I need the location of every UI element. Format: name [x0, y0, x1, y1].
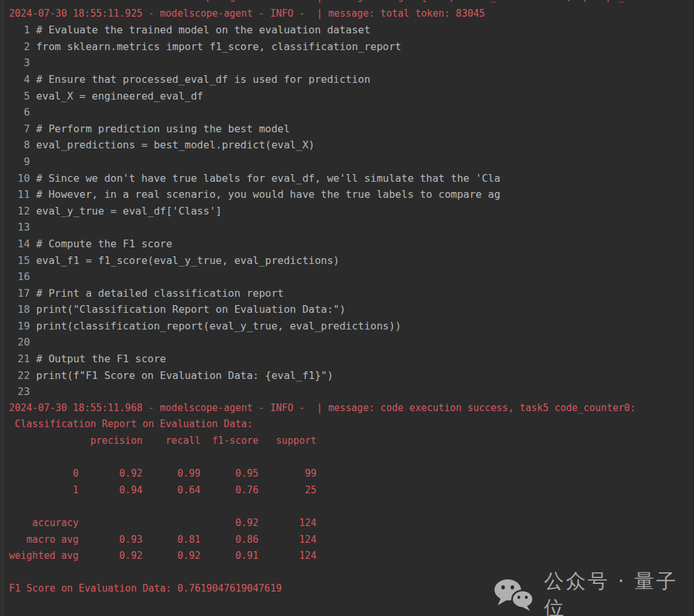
code-block: 1 # Evaluate the trained model on the ev…: [0, 22, 694, 400]
wechat-icon: [494, 578, 535, 612]
line-number: 11: [5, 188, 30, 200]
watermark-text: 公众号 · 量子位: [544, 568, 694, 616]
output-line: weighted avg 0.92 0.92 0.91 124: [0, 548, 694, 565]
code-line: 13: [0, 219, 694, 236]
line-number: 16: [5, 270, 30, 283]
line-number: 10: [5, 172, 30, 184]
line-number: 17: [5, 287, 30, 299]
code-line: 1 # Evaluate the trained model on the ev…: [0, 22, 694, 39]
watermark: 公众号 · 量子位: [494, 568, 694, 616]
line-number: 21: [5, 353, 30, 365]
line-number: 19: [5, 320, 30, 332]
code-line: 5 eval_X = engineered_eval_df: [0, 88, 694, 105]
line-number: 15: [5, 254, 30, 267]
code-line: 21 # Output the F1 score: [0, 351, 694, 367]
code-line: 11 # However, in a real scenario, you wo…: [0, 186, 694, 203]
code-line: 10 # Since we don't have true labels for…: [0, 170, 694, 187]
code-line: 2 from sklearn.metrics import f1_score, …: [0, 39, 694, 55]
code-text: [30, 57, 37, 69]
output-line: macro avg 0.93 0.81 0.86 124: [0, 532, 694, 549]
code-line: 12 eval_y_true = eval_df['Class']: [0, 203, 694, 220]
code-line: 9: [0, 154, 694, 170]
code-text: [30, 385, 37, 398]
code-text: [30, 106, 37, 118]
output-line: [0, 498, 694, 515]
log-line-total-token: 2024-07-30 18:55:11.925 - modelscope-age…: [0, 6, 694, 22]
line-number: 5: [5, 90, 30, 102]
code-text: eval_f1 = f1_score(eval_y_true, eval_pre…: [30, 254, 340, 267]
code-line: 16: [0, 268, 694, 285]
line-number: 8: [5, 139, 30, 151]
output-line: precision recall f1-score support: [0, 433, 694, 450]
code-text: # Evaluate the trained model on the eval…: [30, 24, 371, 36]
code-text: # Compute the F1 score: [30, 238, 173, 250]
code-text: eval_y_true = eval_df['Class']: [30, 205, 222, 217]
line-number: 13: [5, 221, 30, 233]
line-number: 22: [5, 369, 30, 382]
code-text: # Since we don't have true labels for ev…: [30, 172, 501, 184]
code-text: # Ensure that processed_eval_df is used …: [30, 73, 371, 85]
code-line: 7 # Perform prediction using the best mo…: [0, 121, 694, 137]
line-number: 2: [5, 40, 30, 53]
code-line: 15 eval_f1 = f1_score(eval_y_true, eval_…: [0, 252, 694, 269]
output-line: Classification Report on Evaluation Data…: [0, 416, 694, 433]
output-line: 1 0.94 0.64 0.76 25: [0, 482, 694, 499]
code-line: 22 print(f"F1 Score on Evaluation Data: …: [0, 367, 694, 384]
code-text: [30, 270, 37, 283]
code-line: 8 eval_predictions = best_model.predict(…: [0, 137, 694, 154]
code-line: 20: [0, 334, 694, 351]
code-text: [30, 336, 37, 348]
code-text: [30, 221, 37, 233]
code-line: 6: [0, 104, 694, 121]
line-number: 6: [5, 106, 30, 118]
code-text: from sklearn.metrics import f1_score, cl…: [30, 40, 402, 53]
line-number: 7: [5, 123, 30, 135]
code-line: 23: [0, 383, 694, 400]
log-line-exec-success: 2024-07-30 18:55:11.968 - modelscope-age…: [0, 400, 694, 417]
code-text: [30, 155, 37, 168]
output-line: 0 0.92 0.99 0.95 99: [0, 466, 694, 482]
code-text: # Output the F1 score: [30, 353, 166, 365]
code-line: 17 # Print a detailed classification rep…: [0, 285, 694, 302]
code-text: print(f"F1 Score on Evaluation Data: {ev…: [30, 369, 334, 382]
code-text: eval_predictions = best_model.predict(ev…: [30, 139, 315, 151]
terminal-screen: { "colors": { "background": "#2b2b2b", "…: [0, 0, 694, 616]
code-text: # Perform prediction using the best mode…: [30, 123, 290, 135]
line-number: 14: [5, 238, 30, 250]
output-line: accuracy 0.92 124: [0, 515, 694, 532]
code-text: # However, in a real scenario, you would…: [30, 188, 501, 200]
code-line: 14 # Compute the F1 score: [0, 236, 694, 252]
line-number: 3: [5, 57, 30, 69]
line-number: 4: [5, 73, 30, 85]
code-text: print(classification_report(eval_y_true,…: [30, 320, 402, 332]
code-line: 19 print(classification_report(eval_y_tr…: [0, 318, 694, 335]
output-line: [0, 450, 694, 466]
line-number: 12: [5, 205, 30, 217]
code-text: print("Classification Report on Evaluati…: [30, 303, 346, 315]
code-line: 3: [0, 55, 694, 71]
line-number: 18: [5, 303, 30, 315]
code-line: 18 print("Classification Report on Evalu…: [0, 301, 694, 318]
line-number: 1: [5, 24, 30, 36]
console-output: 2024-07-30 18:55:11.924 - modelscope-age…: [0, 0, 694, 597]
line-number: 23: [5, 385, 30, 398]
line-number: 9: [5, 155, 30, 168]
code-line: 4 # Ensure that processed_eval_df is use…: [0, 71, 694, 88]
line-number: 20: [5, 336, 30, 348]
code-text: eval_X = engineered_eval_df: [30, 90, 204, 102]
code-text: # Print a detailed classification report: [30, 287, 284, 299]
log-line-usage-clipped: 2024-07-30 18:55:11.924 - modelscope-age…: [0, 0, 694, 6]
